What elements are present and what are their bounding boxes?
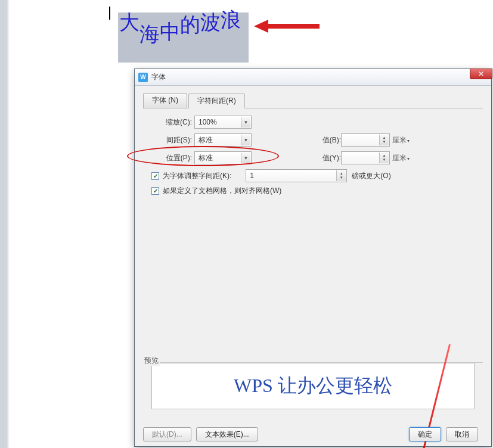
- grid-checkbox[interactable]: ✔: [151, 187, 159, 195]
- sample-char: 浪: [221, 10, 241, 30]
- svg-marker-0: [254, 20, 320, 33]
- preview-group: 预览 WPS 让办公更轻松: [143, 351, 483, 409]
- kerning-unit: 磅或更大(O): [352, 171, 390, 181]
- app-icon: W: [138, 73, 148, 82]
- chevron-down-icon: ▼: [241, 153, 250, 163]
- text-effect-button[interactable]: 文本效果(E)...: [196, 427, 258, 441]
- position-unit[interactable]: 厘米▾: [392, 153, 410, 163]
- cancel-button[interactable]: 取消: [446, 427, 478, 441]
- spacing-combo[interactable]: 标准 ▼: [194, 133, 252, 147]
- row-kerning: ✔ 为字体调整字间距(K): 1 ▲▼ 磅或更大(O): [151, 169, 483, 182]
- kerning-label: 为字体调整字间距(K):: [163, 171, 231, 181]
- sample-char: 的: [180, 15, 200, 35]
- default-button[interactable]: 默认(D)...: [143, 427, 191, 441]
- tab-bar: 字体 (N) 字符间距(R): [143, 93, 483, 108]
- spinner-icon: ▲▼: [336, 170, 346, 181]
- tab-character-spacing[interactable]: 字符间距(R): [188, 94, 245, 108]
- row-scale: 缩放(C): 100% ▼: [149, 114, 483, 130]
- page-margin: [0, 0, 10, 448]
- kerning-value: 1: [250, 172, 254, 180]
- position-value-input[interactable]: ▲▼: [341, 151, 390, 164]
- kerning-value-input[interactable]: 1 ▲▼: [246, 169, 347, 182]
- position-value-label: 值(Y):: [309, 153, 341, 163]
- position-label: 位置(P):: [149, 153, 192, 163]
- font-dialog: W 字体 ✕ 字体 (N) 字符间距(R) 缩放(C): 100% ▼ 间距(S…: [134, 69, 492, 447]
- spacing-value-label: 值(B):: [309, 135, 341, 145]
- titlebar: W 字体 ✕: [135, 69, 491, 86]
- tab-font[interactable]: 字体 (N): [143, 93, 187, 108]
- grid-label: 如果定义了文档网格，则对齐网格(W): [163, 186, 281, 196]
- close-icon: ✕: [478, 70, 484, 78]
- preview-box: WPS 让办公更轻松: [151, 363, 475, 409]
- row-position: 位置(P): 标准 ▼ 值(Y): ▲▼ 厘米▾: [149, 150, 483, 166]
- preview-text: WPS 让办公更轻松: [234, 373, 392, 399]
- chevron-down-icon: ▼: [241, 135, 250, 145]
- sample-char: 海: [139, 24, 160, 45]
- close-button[interactable]: ✕: [470, 69, 492, 79]
- text-cursor: [109, 7, 110, 20]
- spinner-icon: ▲▼: [379, 135, 389, 145]
- preview-legend: 预览: [143, 356, 160, 366]
- kerning-checkbox[interactable]: ✔: [151, 172, 159, 180]
- sample-char: 大: [119, 13, 139, 33]
- position-value: 标准: [199, 153, 213, 163]
- dialog-footer: 默认(D)... 文本效果(E)... 确定 取消: [143, 427, 483, 441]
- row-spacing: 间距(S): 标准 ▼ 值(B): ▲▼ 厘米▾: [149, 132, 483, 148]
- spacing-label: 间距(S):: [149, 135, 192, 145]
- spacing-value: 标准: [199, 135, 213, 145]
- scale-value: 100%: [199, 118, 217, 126]
- scale-label: 缩放(C):: [149, 117, 192, 127]
- sample-char: 波: [200, 13, 221, 33]
- sample-char: 中: [160, 22, 180, 42]
- chevron-down-icon: ▼: [241, 117, 250, 127]
- spacing-value-input[interactable]: ▲▼: [341, 133, 390, 147]
- position-combo[interactable]: 标准 ▼: [194, 151, 252, 164]
- ok-button[interactable]: 确定: [409, 427, 441, 441]
- dialog-title: 字体: [151, 72, 166, 82]
- selected-text-sample: 大海中的波浪: [118, 13, 249, 63]
- scale-combo[interactable]: 100% ▼: [194, 116, 252, 129]
- row-snap-grid: ✔ 如果定义了文档网格，则对齐网格(W): [151, 186, 483, 196]
- spacing-unit[interactable]: 厘米▾: [392, 135, 410, 145]
- annotation-arrow-icon: [254, 18, 320, 35]
- spinner-icon: ▲▼: [379, 153, 389, 163]
